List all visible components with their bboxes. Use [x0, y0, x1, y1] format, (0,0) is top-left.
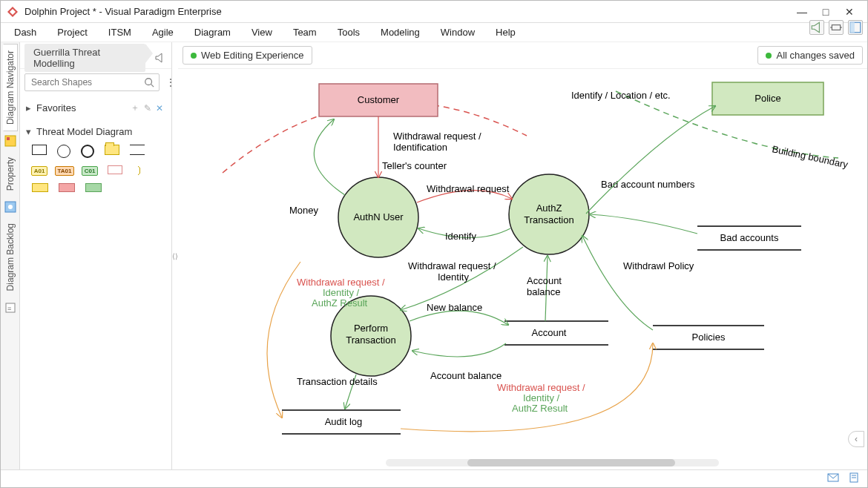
palette-red-tag[interactable]: [59, 183, 75, 192]
palette-circle[interactable]: [57, 145, 70, 158]
label-authz-l2: Transaction: [524, 214, 573, 225]
canvas-tab-label: Web Editing Experience: [201, 50, 304, 61]
label-withdraw-req: Withdrawal request: [427, 183, 510, 194]
palette-label: Threat Model Diagram: [36, 126, 132, 137]
palette-circle-bold[interactable]: [81, 145, 94, 158]
menu-modeling[interactable]: Modeling: [370, 24, 430, 41]
svg-rect-14: [850, 22, 855, 33]
mail-icon[interactable]: [827, 472, 839, 486]
palette-header[interactable]: ▾ Threat Model Diagram: [26, 123, 165, 140]
palette-badge-ta01[interactable]: TA01: [55, 166, 75, 176]
palette-pinkrect[interactable]: [108, 165, 122, 174]
close-button[interactable]: ✕: [838, 1, 861, 23]
svg-text:≡: ≡: [7, 305, 11, 312]
menu-agile[interactable]: Agile: [142, 24, 184, 41]
menu-dash[interactable]: Dash: [4, 24, 47, 41]
flow-police[interactable]: [586, 106, 715, 214]
label-police: Police: [754, 93, 780, 104]
menu-itsm[interactable]: ITSM: [98, 24, 142, 41]
search-shapes-box[interactable]: [24, 73, 160, 91]
announce-icon[interactable]: [153, 50, 167, 65]
menu-project[interactable]: Project: [47, 24, 97, 41]
favorites-section: ▸ Favorites ＋ ✎ ✕: [20, 96, 171, 120]
palette-badge-a01[interactable]: A01: [31, 166, 48, 176]
rail-tab-property[interactable]: Property: [3, 151, 18, 197]
palette-section: ▾ Threat Model Diagram A01 TA01 C01 ⟯: [20, 120, 171, 202]
menu-diagram[interactable]: Diagram: [184, 24, 241, 41]
flow-acctbal-back[interactable]: [412, 343, 506, 357]
feedback-icon[interactable]: [809, 20, 824, 35]
label-acctbal: Account balance: [430, 370, 502, 381]
fit-icon[interactable]: [829, 20, 844, 35]
app-logo-icon: [7, 6, 19, 18]
content: Diagram Navigator Property Diagram Backl…: [1, 42, 867, 469]
canvas-header: Web Editing Experience All changes saved: [178, 42, 867, 69]
search-row: ⋮: [20, 69, 171, 96]
h-scroll-thumb[interactable]: [467, 459, 675, 466]
diagram-canvas[interactable]: Building boundary Customer Police AuthN …: [178, 69, 867, 469]
save-label: All changes saved: [776, 50, 855, 61]
canvas-tab[interactable]: Web Editing Experience: [183, 46, 312, 65]
palette-green-tag[interactable]: [85, 183, 102, 192]
favorites-header[interactable]: ▸ Favorites ＋ ✎ ✕: [26, 99, 165, 117]
label-wri2: Identification: [393, 142, 447, 153]
rail-tab-diagram-backlog[interactable]: Diagram Backlog: [3, 217, 18, 297]
label-identify: Identify: [445, 231, 476, 242]
label-or2c: AuthZ Result: [512, 403, 568, 414]
label-newbal: New balance: [427, 302, 482, 313]
menu-tools[interactable]: Tools: [327, 24, 370, 41]
splitter[interactable]: ⟨⟩: [172, 42, 178, 469]
label-wri1: Withdrawal request /: [393, 131, 481, 142]
breadcrumb: Guerrilla Threat Modelling: [20, 42, 171, 69]
palette-badge-c01[interactable]: C01: [82, 166, 99, 176]
maximize-button[interactable]: □: [814, 1, 838, 23]
canvas-wrap: Web Editing Experience All changes saved: [178, 42, 867, 469]
label-or2b: Identity /: [523, 392, 560, 403]
label-bad-accounts[interactable]: Bad accounts: [720, 232, 779, 243]
panes-icon[interactable]: [848, 20, 863, 35]
label-perform-l1: Perform: [354, 323, 388, 334]
chevron-down-icon: ▾: [26, 126, 33, 137]
flow-orange-left[interactable]: [267, 262, 300, 418]
collapse-bubble[interactable]: ‹: [848, 431, 864, 447]
search-input[interactable]: [30, 76, 144, 88]
palette-yellow-tag[interactable]: [32, 183, 48, 192]
favorites-add-icon[interactable]: ＋: [131, 102, 139, 114]
left-panel: Guerrilla Threat Modelling ⋮ ▸ Favorites…: [20, 42, 172, 469]
favorites-close-icon[interactable]: ✕: [156, 103, 163, 113]
menu-window[interactable]: Window: [430, 24, 485, 41]
favorites-edit-icon[interactable]: ✎: [144, 103, 151, 113]
palette-rect[interactable]: [32, 145, 47, 155]
label-policies[interactable]: Policies: [692, 332, 726, 343]
palette-folder[interactable]: [105, 145, 119, 155]
flow-money[interactable]: [314, 119, 345, 195]
minimize-button[interactable]: —: [790, 1, 814, 23]
note-icon[interactable]: [848, 472, 860, 486]
label-account[interactable]: Account: [532, 327, 567, 338]
label-wrid2: Identity: [438, 271, 469, 283]
flow-policy[interactable]: [582, 236, 653, 330]
palette-datastore[interactable]: [130, 145, 145, 155]
svg-line-9: [151, 85, 154, 88]
label-money: Money: [289, 205, 319, 216]
label-or1a: Withdrawal request /: [297, 277, 385, 288]
label-teller: Teller's counter: [382, 160, 447, 171]
rail-backlog-icon: ≡: [4, 301, 17, 314]
titlebar: Dolphin Project * - Visual Paradigm Ente…: [1, 1, 867, 23]
save-dot-icon: [766, 53, 772, 59]
menu-help[interactable]: Help: [485, 24, 526, 41]
breadcrumb-chip[interactable]: Guerrilla Threat Modelling: [24, 44, 145, 72]
flow-badaccts[interactable]: [590, 214, 697, 234]
diagram-svg: Building boundary Customer Police AuthN …: [178, 69, 867, 469]
label-perform-l2: Transaction: [346, 334, 395, 346]
label-wrid1: Withdrawal request /: [408, 260, 496, 271]
label-audit-log[interactable]: Audit log: [325, 416, 363, 427]
menu-team[interactable]: Team: [283, 24, 327, 41]
label-policy: Withdrawl Policy: [623, 260, 694, 271]
svg-point-5: [8, 205, 13, 209]
palette-curve[interactable]: ⟯: [133, 165, 148, 176]
rail-tab-diagram-navigator[interactable]: Diagram Navigator: [3, 44, 18, 131]
search-icon: [144, 77, 154, 88]
rail-property-icon: [4, 200, 17, 214]
menu-view[interactable]: View: [241, 24, 283, 41]
